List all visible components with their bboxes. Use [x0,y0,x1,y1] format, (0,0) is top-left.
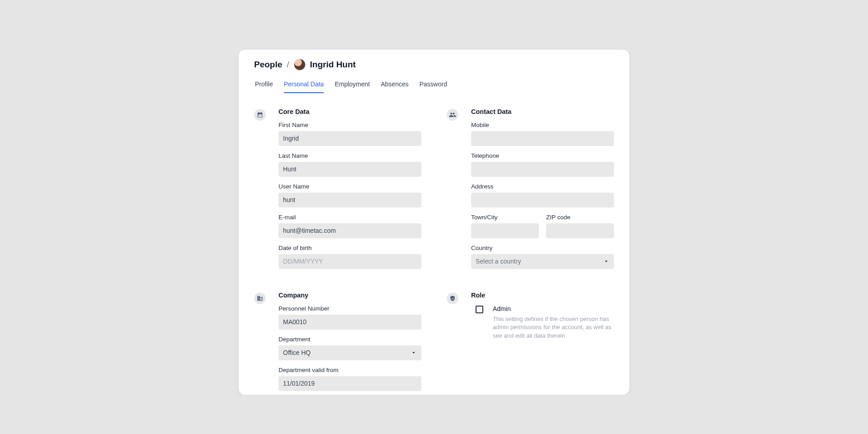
country-label: Country [471,245,614,251]
personnel-label: Personnel Number [278,305,421,312]
zip-input[interactable] [546,223,614,238]
dob-label: Date of birth [278,245,421,251]
tab-personal-data[interactable]: Personal Data [284,78,324,93]
tab-absences[interactable]: Absences [381,78,408,93]
chevron-down-icon [603,258,609,264]
personnel-input[interactable] [278,315,421,330]
admin-checkbox[interactable] [476,306,483,313]
breadcrumb: People / Ingrid Hunt [254,58,614,73]
section-title: Role [471,292,614,299]
tab-employment[interactable]: Employment [335,78,370,93]
shield-check-icon [447,292,458,304]
telephone-label: Telephone [471,152,614,159]
building-icon [254,292,266,304]
dob-input[interactable] [278,254,421,269]
address-label: Address [471,183,614,190]
first-name-label: First Name [278,122,421,128]
section-contact-data: Contact Data Mobile Telephone Address [447,108,614,275]
user-name-label: User Name [278,183,421,190]
breadcrumb-root[interactable]: People [254,60,282,70]
department-select[interactable]: Office HQ [278,345,421,360]
breadcrumb-person-name: Ingrid Hunt [310,60,356,70]
department-select-value: Office HQ [283,349,311,356]
user-name-input[interactable] [278,193,421,208]
tab-password[interactable]: Password [420,78,447,93]
town-input[interactable] [471,223,539,238]
people-icon [447,109,458,121]
country-select-value: Select a country [476,258,521,265]
town-label: Town/City [471,214,539,221]
dept-from-label: Department valid from [278,367,421,373]
section-core-data: Core Data First Name Last Name User Name [254,108,421,275]
mobile-input[interactable] [471,131,614,146]
email-label: E-mail [278,214,421,221]
mobile-label: Mobile [471,122,614,128]
section-title: Core Data [278,108,421,115]
telephone-input[interactable] [471,162,614,177]
section-title: Company [278,292,421,299]
section-company: Company Personnel Number Department Offi… [254,292,421,395]
admin-description: This setting defines if the chosen perso… [493,315,614,341]
address-input[interactable] [471,193,614,208]
last-name-input[interactable] [278,162,421,177]
section-role: Role Admin This setting defines if the c… [447,292,614,395]
tab-profile[interactable]: Profile [255,78,273,93]
section-title: Contact Data [471,108,614,115]
department-label: Department [278,336,421,343]
email-input[interactable] [278,223,421,238]
zip-label: ZIP code [546,214,614,221]
last-name-label: Last Name [278,152,421,159]
country-select[interactable]: Select a country [471,254,614,269]
dept-from-input[interactable] [278,376,421,391]
first-name-input[interactable] [278,131,421,146]
personal-data-card: People / Ingrid Hunt Profile Personal Da… [239,50,629,395]
tabs: Profile Personal Data Employment Absence… [254,73,614,94]
breadcrumb-separator: / [287,60,289,70]
avatar [294,59,306,71]
calendar-icon [254,109,266,121]
admin-label: Admin [493,305,614,312]
chevron-down-icon [410,349,417,356]
